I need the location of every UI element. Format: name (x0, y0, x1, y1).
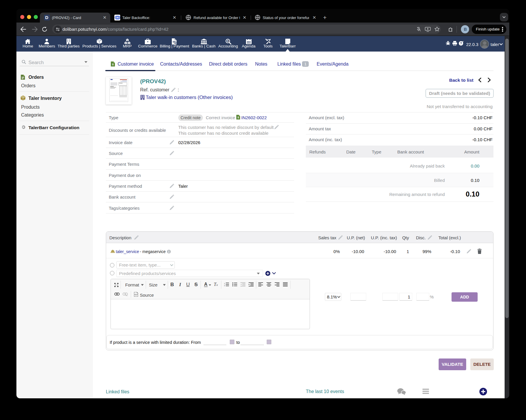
svg-text:2: 2 (224, 285, 225, 286)
svg-text:$: $ (237, 116, 239, 119)
svg-text:$: $ (112, 63, 113, 66)
svg-text:1: 1 (224, 283, 225, 284)
svg-text:$: $ (227, 39, 229, 42)
svg-text:?: ? (460, 42, 462, 45)
